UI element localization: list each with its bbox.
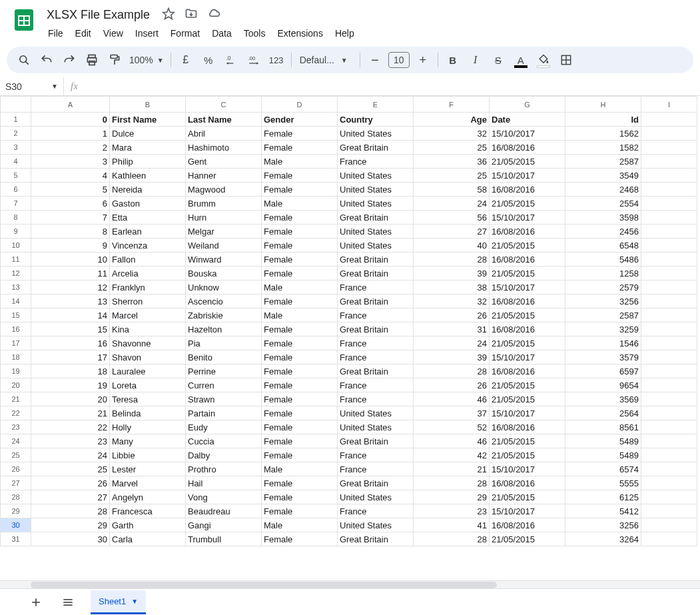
cell[interactable]: 24 xyxy=(414,197,490,211)
cell[interactable]: First Name xyxy=(110,113,186,127)
undo-icon[interactable] xyxy=(36,50,57,70)
cell[interactable]: 36 xyxy=(414,155,490,169)
cell[interactable]: 26 xyxy=(31,476,110,490)
cell[interactable]: Country xyxy=(338,113,414,127)
cell[interactable]: Many xyxy=(110,434,186,448)
cell[interactable]: Female xyxy=(262,336,338,350)
cell[interactable]: Male xyxy=(262,197,338,211)
cell[interactable]: 8561 xyxy=(565,420,641,434)
cell[interactable]: 5489 xyxy=(565,434,641,448)
cell[interactable]: Benito xyxy=(186,350,262,364)
cell[interactable]: 21/05/2015 xyxy=(490,239,565,253)
cell[interactable] xyxy=(641,364,697,378)
borders-button[interactable] xyxy=(555,50,577,70)
row-header[interactable]: 9 xyxy=(1,225,31,239)
number-format-button[interactable]: 123 xyxy=(266,50,287,70)
cell[interactable]: 40 xyxy=(414,239,490,253)
cell[interactable]: Female xyxy=(262,253,338,267)
cell[interactable]: Hazelton xyxy=(186,322,262,336)
cell[interactable]: 28 xyxy=(414,253,490,267)
font-dropdown[interactable]: Defaul... ▼ xyxy=(296,55,356,65)
row-header[interactable]: 23 xyxy=(1,420,31,434)
cell[interactable]: 15 xyxy=(31,322,110,336)
cell[interactable]: Date xyxy=(490,113,565,127)
cell[interactable]: 16/08/2016 xyxy=(490,141,565,155)
cell[interactable]: 2456 xyxy=(565,225,641,239)
cell[interactable] xyxy=(641,392,697,406)
cell[interactable]: 5555 xyxy=(565,476,641,490)
row-header[interactable]: 28 xyxy=(1,490,31,504)
decrease-font-icon[interactable]: − xyxy=(364,50,386,70)
cell[interactable]: 15/10/2017 xyxy=(490,504,565,518)
add-sheet-button[interactable] xyxy=(27,593,45,612)
row-header[interactable]: 22 xyxy=(1,406,31,420)
zoom-dropdown[interactable]: 100% ▼ xyxy=(127,55,167,65)
cell[interactable]: 3579 xyxy=(565,350,641,364)
row-header[interactable]: 29 xyxy=(1,504,31,518)
cell[interactable]: Franklyn xyxy=(110,281,186,295)
cell[interactable]: 31 xyxy=(414,322,490,336)
cell[interactable]: Hurn xyxy=(186,211,262,225)
cell[interactable]: Female xyxy=(262,183,338,197)
cell[interactable]: 1 xyxy=(31,127,110,141)
increase-decimal-icon[interactable]: .00 xyxy=(243,50,264,70)
cell[interactable]: 5486 xyxy=(565,253,641,267)
cell[interactable]: 37 xyxy=(414,406,490,420)
cell[interactable]: 25 xyxy=(414,169,490,183)
cell[interactable]: Holly xyxy=(110,420,186,434)
cell[interactable]: 20 xyxy=(31,392,110,406)
cell[interactable] xyxy=(641,336,697,350)
cell[interactable]: 24 xyxy=(414,336,490,350)
cell[interactable]: Libbie xyxy=(110,448,186,462)
cell[interactable]: 2587 xyxy=(565,308,641,322)
row-header[interactable]: 21 xyxy=(1,392,31,406)
cell[interactable]: 15/10/2017 xyxy=(490,169,565,183)
row-header[interactable]: 17 xyxy=(1,336,31,350)
cell[interactable]: United States xyxy=(338,197,414,211)
cell[interactable]: 2587 xyxy=(565,155,641,169)
cell[interactable]: 28 xyxy=(31,504,110,518)
cell[interactable]: Melgar xyxy=(186,225,262,239)
cell[interactable]: 2468 xyxy=(565,183,641,197)
cell[interactable]: Angelyn xyxy=(110,490,186,504)
cell[interactable]: Belinda xyxy=(110,406,186,420)
cell[interactable]: Female xyxy=(262,211,338,225)
cell[interactable]: 3256 xyxy=(565,295,641,308)
select-all-corner[interactable] xyxy=(1,97,31,113)
cell[interactable]: 27 xyxy=(31,490,110,504)
cell[interactable]: 21/05/2015 xyxy=(490,267,565,281)
cell[interactable]: 14 xyxy=(31,308,110,322)
cell[interactable]: Philip xyxy=(110,155,186,169)
cell[interactable]: 39 xyxy=(414,267,490,281)
cell[interactable]: 16/08/2016 xyxy=(490,225,565,239)
cell[interactable]: Carla xyxy=(110,532,186,546)
row-header[interactable]: 31 xyxy=(1,532,31,546)
cell[interactable]: Male xyxy=(262,462,338,476)
cell[interactable]: Perrine xyxy=(186,364,262,378)
cell[interactable]: Nereida xyxy=(110,183,186,197)
cell[interactable]: Loreta xyxy=(110,378,186,392)
cell[interactable]: 16/08/2016 xyxy=(490,253,565,267)
cell[interactable]: 3264 xyxy=(565,532,641,546)
document-title[interactable]: XLSX File Example xyxy=(43,7,154,23)
cell[interactable]: 21/05/2015 xyxy=(490,197,565,211)
row-header[interactable]: 4 xyxy=(1,155,31,169)
cell[interactable]: Id xyxy=(565,113,641,127)
cell[interactable]: Age xyxy=(414,113,490,127)
cell[interactable]: 21/05/2015 xyxy=(490,448,565,462)
cell[interactable]: Prothro xyxy=(186,462,262,476)
cell[interactable]: 25 xyxy=(31,462,110,476)
cell[interactable]: 19 xyxy=(31,378,110,392)
cell[interactable]: 26 xyxy=(414,378,490,392)
row-header[interactable]: 24 xyxy=(1,434,31,448)
formula-input[interactable] xyxy=(85,77,700,95)
menu-extensions[interactable]: Extensions xyxy=(272,25,328,41)
cell[interactable]: Great Britain xyxy=(338,364,414,378)
cell[interactable]: 16/08/2016 xyxy=(490,322,565,336)
row-header[interactable]: 13 xyxy=(1,281,31,295)
row-header[interactable]: 8 xyxy=(1,211,31,225)
column-header[interactable]: G xyxy=(490,97,565,113)
cell[interactable]: 5412 xyxy=(565,504,641,518)
cell[interactable]: Female xyxy=(262,420,338,434)
cell[interactable]: 7 xyxy=(31,211,110,225)
